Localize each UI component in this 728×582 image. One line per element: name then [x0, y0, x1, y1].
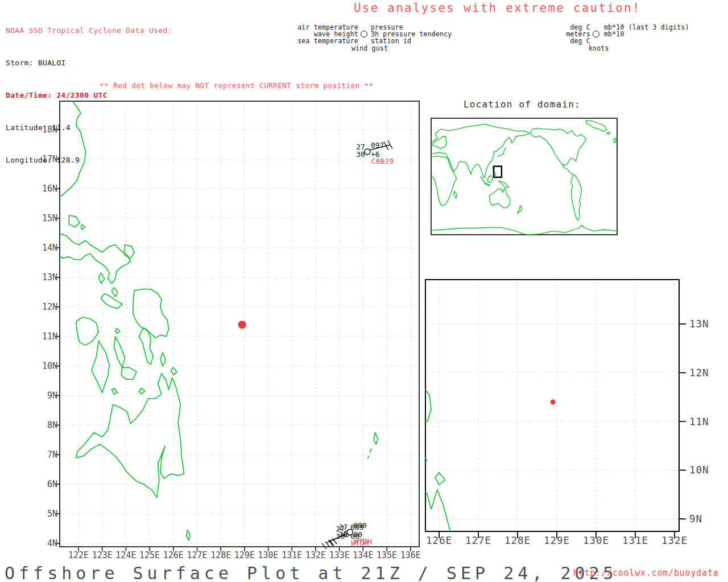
main-x-tick-label: 130E: [256, 550, 281, 560]
units-legend: deg C mb*10 (last 3 digits) meters mb*10…: [535, 24, 706, 52]
main-y-tick-label: 12N: [30, 302, 57, 312]
zoom-x-tick-label: 132E: [657, 535, 692, 546]
main-y-tick-label: 14N: [30, 243, 57, 253]
zoom-x-tick-label: 131E: [618, 535, 652, 546]
zoom-y-tick-label: 12N: [689, 367, 719, 379]
main-y-tick-label: 10N: [30, 361, 57, 371]
station-circle-icon: [593, 31, 599, 38]
svg-text:30: 30: [339, 530, 348, 539]
zoom-y-tick-label: 13N: [689, 318, 719, 330]
zoom-y-tick-label: 10N: [689, 464, 719, 476]
main-x-tick-label: 133E: [327, 550, 352, 560]
storm-name-line: Storm: BUALOI: [6, 57, 172, 68]
main-x-tick-label: 124E: [113, 550, 138, 560]
unit-mb10: mb*10: [604, 31, 706, 38]
main-y-tick-label: 16N: [30, 184, 57, 194]
footer-title: Offshore Surface Plot at 21Z / SEP 24, 2…: [5, 563, 618, 582]
main-y-tick-label: 18N: [30, 124, 57, 135]
svg-text:097: 097: [371, 141, 384, 149]
footer-url-link[interactable]: http://coolwx.com/buoydata: [573, 568, 719, 578]
zoom-x-tick-label: 128E: [500, 535, 535, 546]
legend-sea-temperature: sea temperature: [296, 38, 358, 44]
zoom-x-tick-label: 127E: [461, 535, 495, 546]
main-y-tick-label: 11N: [30, 331, 57, 342]
main-y-tick-label: 8N: [30, 420, 57, 430]
main-x-tick-label: 134E: [350, 550, 375, 560]
main-x-tick-label: 135E: [374, 550, 399, 560]
main-y-tick-label: 7N: [30, 450, 57, 460]
svg-text:30: 30: [356, 150, 365, 159]
main-x-tick-label: 131E: [279, 550, 304, 560]
main-x-tick-label: 122E: [66, 550, 91, 560]
zoom-x-tick-label: 129E: [540, 535, 574, 546]
unit-deg-c-sea: deg C: [535, 38, 590, 44]
offshore-surface-plot-page: 2709730+6C6BJ9270893000WTDH270903000WTDH…: [0, 0, 728, 582]
main-x-tick-label: 136E: [398, 550, 423, 560]
zoom-x-tick-label: 130E: [579, 535, 613, 546]
main-x-tick-label: 128E: [208, 550, 233, 560]
main-y-tick-label: 9N: [30, 390, 57, 401]
svg-text:C6BJ9: C6BJ9: [371, 157, 394, 165]
main-x-tick-label: 127E: [185, 550, 210, 560]
zoom-x-tick-label: 126E: [422, 535, 456, 546]
main-x-tick-label: 132E: [303, 550, 328, 560]
svg-text:WTDH: WTDH: [354, 537, 371, 546]
main-y-tick-label: 5N: [30, 509, 57, 519]
caution-title: Use analyses with extreme caution!: [354, 1, 641, 15]
zoom-y-tick-label: 11N: [689, 416, 719, 427]
unit-knots: knots: [589, 45, 691, 52]
datetime-line: Date/Time: 24/2300 UTC: [6, 90, 172, 101]
warning-line: ** Red dot below may NOT represent CURRE…: [100, 81, 374, 90]
main-y-tick-label: 17N: [30, 154, 57, 164]
main-x-tick-label: 129E: [232, 550, 257, 560]
main-y-tick-label: 15N: [30, 213, 57, 223]
main-x-tick-label: 123E: [90, 550, 115, 560]
station-model-legend: air temperature pressure wave height 3h …: [296, 24, 468, 52]
legend-wind-gust: wind gust: [351, 45, 448, 52]
main-y-tick-label: 4N: [30, 538, 57, 548]
data-source-line: NOAA SSD Tropical Cyclone Data Used:: [6, 25, 172, 36]
main-x-tick-label: 125E: [137, 550, 162, 560]
domain-inset-title: Location of domain:: [464, 99, 581, 110]
svg-text:090: 090: [353, 521, 366, 530]
main-y-tick-label: 13N: [30, 272, 57, 282]
main-x-tick-label: 126E: [161, 550, 186, 560]
zoom-y-tick-label: 9N: [689, 513, 719, 525]
station-circle-icon: [361, 31, 367, 38]
main-y-tick-label: 6N: [30, 479, 57, 489]
